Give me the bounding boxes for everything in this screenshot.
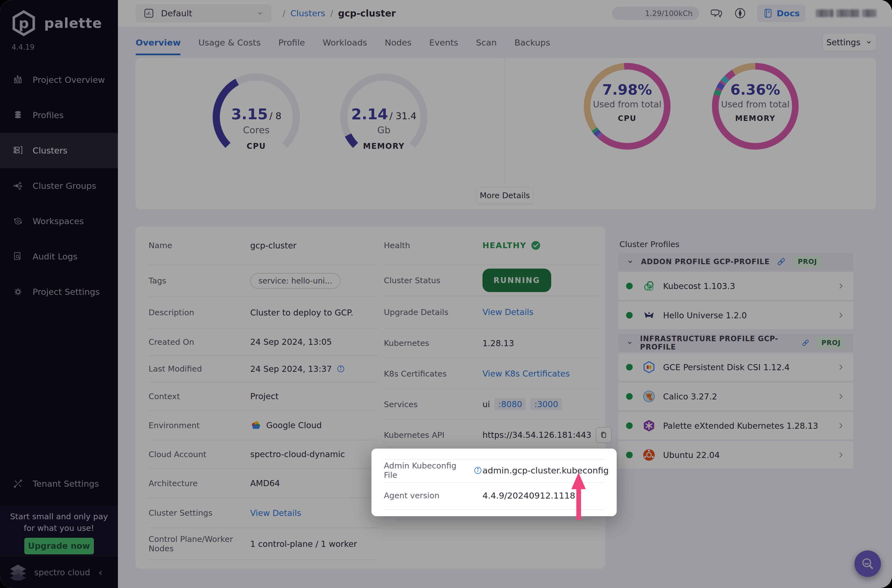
agent-version-value: 4.4.9/20240912.1118: [482, 490, 575, 501]
row-label: Agent version: [384, 491, 439, 500]
pointer-arrow: [571, 472, 586, 520]
info-icon[interactable]: [473, 466, 482, 475]
admin-kubeconfig-link[interactable]: admin.gcp-cluster.kubeconfig: [482, 465, 609, 476]
row-label: Admin Kubeconfig File: [384, 461, 470, 480]
app-window: p palette 4.4.19 Project Overview Profil…: [0, 0, 892, 588]
